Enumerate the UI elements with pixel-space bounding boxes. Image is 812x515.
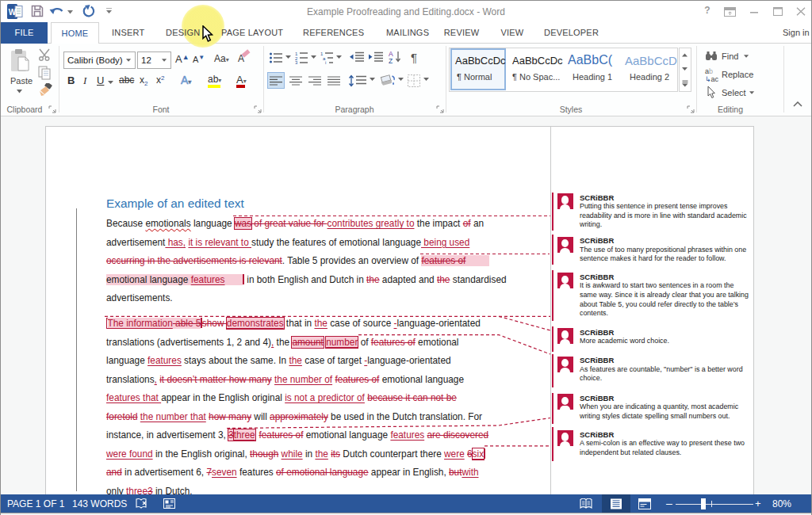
svg-text:Z: Z — [389, 57, 393, 64]
svg-text:W: W — [9, 8, 17, 17]
svg-text:3: 3 — [295, 60, 298, 64]
svg-text:i: i — [325, 60, 326, 64]
